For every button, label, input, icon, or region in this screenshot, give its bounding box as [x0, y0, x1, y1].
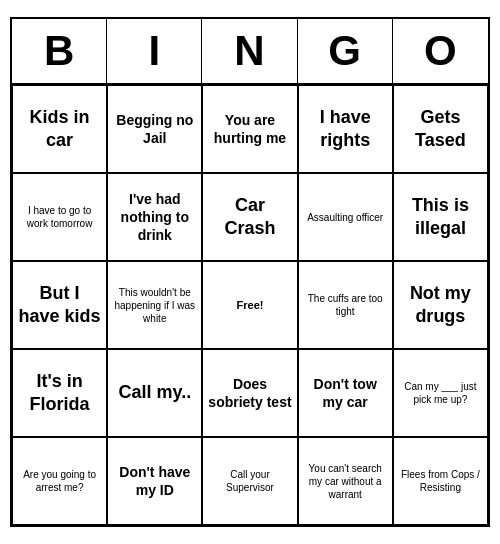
- bingo-letter-g: G: [298, 19, 393, 83]
- bingo-cell-14[interactable]: Not my drugs: [393, 261, 488, 349]
- bingo-cell-11[interactable]: This wouldn't be happening if I was whit…: [107, 261, 202, 349]
- bingo-cell-18[interactable]: Don't tow my car: [298, 349, 393, 437]
- bingo-cell-22[interactable]: Call your Supervisor: [202, 437, 297, 525]
- bingo-cell-10[interactable]: But I have kids: [12, 261, 107, 349]
- bingo-cell-23[interactable]: You can't search my car without a warran…: [298, 437, 393, 525]
- bingo-cell-5[interactable]: I have to go to work tomorrow: [12, 173, 107, 261]
- bingo-card: BINGO Kids in carBegging no JailYou are …: [10, 17, 490, 527]
- bingo-cell-6[interactable]: I've had nothing to drink: [107, 173, 202, 261]
- bingo-cell-12[interactable]: Free!: [202, 261, 297, 349]
- bingo-cell-13[interactable]: The cuffs are too tight: [298, 261, 393, 349]
- bingo-grid: Kids in carBegging no JailYou are hurtin…: [12, 85, 488, 525]
- bingo-cell-1[interactable]: Begging no Jail: [107, 85, 202, 173]
- bingo-cell-9[interactable]: This is illegal: [393, 173, 488, 261]
- bingo-cell-17[interactable]: Does sobriety test: [202, 349, 297, 437]
- bingo-cell-7[interactable]: Car Crash: [202, 173, 297, 261]
- bingo-letter-b: B: [12, 19, 107, 83]
- bingo-letter-o: O: [393, 19, 488, 83]
- bingo-cell-21[interactable]: Don't have my ID: [107, 437, 202, 525]
- bingo-cell-15[interactable]: It's in Florida: [12, 349, 107, 437]
- bingo-letter-i: I: [107, 19, 202, 83]
- bingo-cell-20[interactable]: Are you going to arrest me?: [12, 437, 107, 525]
- bingo-cell-24[interactable]: Flees from Cops / Resisting: [393, 437, 488, 525]
- bingo-cell-16[interactable]: Call my..: [107, 349, 202, 437]
- bingo-cell-0[interactable]: Kids in car: [12, 85, 107, 173]
- bingo-cell-4[interactable]: Gets Tased: [393, 85, 488, 173]
- bingo-cell-2[interactable]: You are hurting me: [202, 85, 297, 173]
- bingo-letter-n: N: [202, 19, 297, 83]
- bingo-cell-3[interactable]: I have rights: [298, 85, 393, 173]
- bingo-header: BINGO: [12, 19, 488, 85]
- bingo-cell-8[interactable]: Assaulting officer: [298, 173, 393, 261]
- bingo-cell-19[interactable]: Can my ___ just pick me up?: [393, 349, 488, 437]
